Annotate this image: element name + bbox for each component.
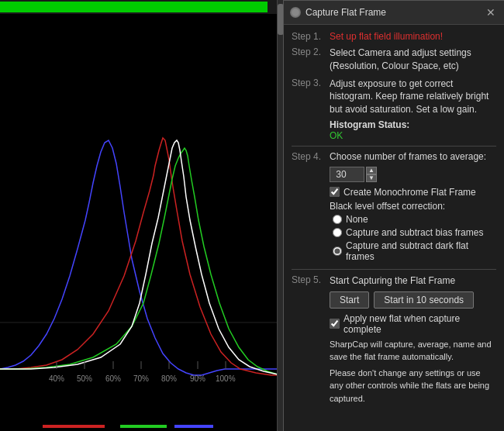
dialog-title: Capture Flat Frame bbox=[306, 7, 386, 18]
step3-text: Adjust exposure to get correct histogram… bbox=[330, 78, 488, 116]
apply-flat-checkbox[interactable] bbox=[330, 319, 340, 329]
svg-text:100%: 100% bbox=[216, 374, 236, 383]
info-text-1: SharpCap will capture, average, name and… bbox=[330, 338, 496, 364]
svg-text:60%: 60% bbox=[105, 374, 121, 383]
step5-row: Step 5. Start Capturing the Flat Frame S… bbox=[292, 274, 496, 408]
close-button[interactable]: ✕ bbox=[484, 5, 498, 19]
radio-none-label: None bbox=[346, 214, 368, 225]
green-indicator-bar bbox=[120, 425, 167, 428]
frames-input[interactable] bbox=[330, 167, 364, 182]
step4-row: Step 4. Choose number of frames to avera… bbox=[292, 151, 496, 264]
step1-label: Step 1. bbox=[292, 31, 326, 42]
dialog-content: Step 1. Set up flat field illumination! … bbox=[284, 25, 504, 431]
step3-label: Step 3. bbox=[292, 78, 326, 88]
red-indicator-bar bbox=[43, 425, 105, 428]
step4-label: Step 4. bbox=[292, 151, 326, 162]
radio-dark-label: Capture and subtract dark flat frames bbox=[346, 240, 496, 262]
top-bar-container bbox=[0, 0, 283, 14]
spin-up-button[interactable]: ▲ bbox=[366, 167, 377, 174]
radio-none-row: None bbox=[333, 214, 496, 225]
radio-none[interactable] bbox=[333, 215, 342, 224]
step3-row: Step 3. Adjust exposure to get correct h… bbox=[292, 78, 496, 141]
start-button[interactable]: Start bbox=[330, 291, 369, 309]
step5-label: Step 5. bbox=[292, 274, 326, 285]
svg-text:90%: 90% bbox=[190, 374, 205, 383]
svg-text:70%: 70% bbox=[133, 374, 149, 383]
spin-buttons: ▲ ▼ bbox=[366, 167, 377, 182]
radio-dark-row: Capture and subtract dark flat frames bbox=[333, 240, 496, 262]
histogram-area: 40% 50% 60% 70% 80% 90% 100% bbox=[0, 0, 283, 431]
apply-flat-row: Apply new flat when capture complete bbox=[330, 313, 496, 335]
titlebar-left: Capture Flat Frame bbox=[290, 7, 386, 18]
blue-indicator-bar bbox=[174, 425, 213, 428]
step4-content: Choose number of frames to average: ▲ ▼ … bbox=[330, 151, 496, 264]
step3-content: Adjust exposure to get correct histogram… bbox=[330, 78, 496, 141]
svg-text:80%: 80% bbox=[161, 374, 177, 383]
separator-1 bbox=[292, 146, 496, 147]
separator-2 bbox=[292, 269, 496, 270]
create-mono-row: Create Monochrome Flat Frame bbox=[330, 187, 496, 198]
create-mono-checkbox[interactable] bbox=[330, 187, 340, 197]
frames-row: Choose number of frames to average: bbox=[330, 151, 496, 162]
info-text-2: Please don't change any settings or use … bbox=[330, 367, 496, 405]
radio-bias-row: Capture and subtract bias frames bbox=[333, 227, 496, 238]
spin-down-button[interactable]: ▼ bbox=[366, 174, 377, 182]
step1-row: Step 1. Set up flat field illumination! bbox=[292, 31, 496, 42]
histogram-svg: 40% 50% 60% 70% 80% 90% 100% bbox=[0, 28, 283, 392]
svg-rect-0 bbox=[0, 28, 283, 392]
radio-bias-label: Capture and subtract bias frames bbox=[346, 227, 483, 238]
capture-buttons-row: Start Start in 10 seconds bbox=[330, 291, 496, 309]
radio-bias[interactable] bbox=[333, 228, 342, 237]
dialog-titlebar: Capture Flat Frame ✕ bbox=[284, 1, 504, 25]
radio-dark[interactable] bbox=[333, 247, 342, 256]
step2-row: Step 2. Select Camera and adjust setting… bbox=[292, 47, 496, 73]
green-bar bbox=[0, 2, 268, 12]
step1-text: Set up flat field illumination! bbox=[330, 31, 496, 42]
histogram-status-value: OK bbox=[330, 130, 343, 141]
svg-text:50%: 50% bbox=[77, 374, 92, 383]
create-mono-label: Create Monochrome Flat Frame bbox=[343, 187, 476, 198]
svg-text:40%: 40% bbox=[49, 374, 64, 383]
apply-flat-label: Apply new flat when capture complete bbox=[343, 313, 496, 335]
capture-flat-frame-dialog: Capture Flat Frame ✕ Step 1. Set up flat… bbox=[283, 0, 504, 431]
dialog-icon bbox=[290, 7, 301, 18]
step2-text: Select Camera and adjust settings (Resol… bbox=[330, 47, 496, 73]
step5-content: Start Capturing the Flat Frame Start Sta… bbox=[330, 274, 496, 408]
step5-text: Start Capturing the Flat Frame bbox=[330, 275, 455, 286]
start-in-10-button[interactable]: Start in 10 seconds bbox=[374, 291, 474, 309]
frames-label: Choose number of frames to average: bbox=[330, 151, 486, 162]
step2-label: Step 2. bbox=[292, 47, 326, 57]
scrollbar-track[interactable] bbox=[277, 0, 283, 431]
histogram-status-label: Histogram Status: bbox=[330, 119, 409, 130]
black-level-label: Black level offset correction: bbox=[330, 201, 445, 212]
